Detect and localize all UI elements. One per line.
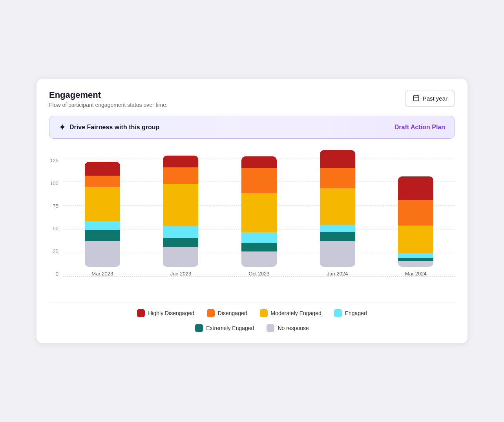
- past-year-label: Past year: [423, 95, 447, 102]
- bar-group: Jan 2024: [320, 150, 355, 277]
- legend-color-engaged: [334, 309, 342, 317]
- bar-segment-disengaged: [163, 167, 198, 184]
- bar-group: Mar 2023: [85, 162, 120, 277]
- past-year-button[interactable]: Past year: [405, 90, 455, 107]
- bar-x-label: Mar 2023: [91, 271, 113, 277]
- bar-segment-no_response: [398, 261, 433, 267]
- bar-segment-no_response: [320, 241, 355, 267]
- bar-segment-moderately_engaged: [398, 226, 433, 253]
- legend-item-extremely_engaged: Extremely Engaged: [195, 324, 254, 332]
- bar-segment-moderately_engaged: [85, 187, 120, 221]
- bar-x-label: Jun 2023: [170, 271, 192, 277]
- y-label-125: 125: [49, 158, 58, 163]
- bar-segment-engaged: [163, 226, 198, 238]
- bar-segment-extremely_engaged: [241, 243, 277, 251]
- bar-segment-disengaged: [241, 168, 277, 193]
- banner-left: ✦ Drive Fairness with this group: [59, 123, 159, 132]
- bars-row: Mar 2023Jun 2023Oct 2023Jan 2024Mar 2024: [63, 158, 455, 292]
- engagement-card: Engagement Flow of participant engagemen…: [36, 79, 468, 343]
- bar-segment-disengaged: [398, 200, 433, 226]
- legend-item-no_response: No response: [267, 324, 309, 332]
- bar-segment-extremely_engaged: [85, 230, 120, 241]
- bar-segment-moderately_engaged: [163, 184, 198, 226]
- y-label-100: 100: [49, 181, 58, 186]
- bar-segment-moderately_engaged: [241, 193, 277, 232]
- divider: [49, 150, 455, 150]
- bar-segment-highly_disengaged: [320, 150, 355, 168]
- bar-segment-highly_disengaged: [398, 176, 433, 200]
- bar-segment-engaged: [241, 232, 277, 243]
- chart-area: 0 25 50 75 100 125 Mar 2023Jun 2023Oct 2…: [49, 158, 455, 292]
- bar-segment-engaged: [398, 253, 433, 258]
- bar-segment-highly_disengaged: [85, 162, 120, 176]
- bar-x-label: Oct 2023: [249, 271, 270, 277]
- bar-segment-extremely_engaged: [163, 238, 198, 247]
- legend-label-no_response: No response: [278, 325, 309, 331]
- bar-segment-extremely_engaged: [398, 258, 433, 261]
- draft-action-plan-link[interactable]: Draft Action Plan: [394, 124, 445, 131]
- bar-group: Jun 2023: [163, 156, 198, 277]
- legend-label-moderately_engaged: Moderately Engaged: [271, 310, 321, 316]
- bar-segment-disengaged: [320, 168, 355, 188]
- svg-rect-0: [413, 95, 419, 101]
- action-banner[interactable]: ✦ Drive Fairness with this group Draft A…: [49, 116, 455, 139]
- legend-label-extremely_engaged: Extremely Engaged: [206, 325, 254, 331]
- banner-text: Drive Fairness with this group: [69, 124, 159, 131]
- bar-group: Mar 2024: [398, 176, 433, 277]
- bar-segment-disengaged: [85, 176, 120, 187]
- header-row: Engagement Flow of participant engagemen…: [49, 90, 455, 108]
- bar-x-label: Mar 2024: [405, 271, 427, 277]
- page-title: Engagement: [49, 90, 168, 100]
- sparkle-icon: ✦: [59, 123, 66, 132]
- page-subtitle: Flow of participant engagement status ov…: [49, 102, 168, 108]
- legend-color-disengaged: [207, 309, 215, 317]
- y-label-25: 25: [49, 249, 58, 254]
- legend-label-disengaged: Disengaged: [218, 310, 247, 316]
- legend-label-highly_disengaged: Highly Disengaged: [148, 310, 194, 316]
- legend-color-extremely_engaged: [195, 324, 203, 332]
- y-label-50: 50: [49, 226, 58, 231]
- calendar-icon: [413, 94, 420, 103]
- bar-x-label: Jan 2024: [327, 271, 348, 277]
- legend-color-highly_disengaged: [137, 309, 145, 317]
- legend-color-no_response: [267, 324, 274, 332]
- legend-color-moderately_engaged: [260, 309, 268, 317]
- legend-label-engaged: Engaged: [345, 310, 367, 316]
- title-block: Engagement Flow of participant engagemen…: [49, 90, 168, 108]
- y-label-0: 0: [49, 272, 58, 277]
- legend-item-highly_disengaged: Highly Disengaged: [137, 309, 194, 317]
- legend-item-disengaged: Disengaged: [207, 309, 247, 317]
- legend-row-1: Highly DisengagedDisengagedModerately En…: [49, 309, 455, 317]
- bar-segment-highly_disengaged: [163, 156, 198, 167]
- bar-segment-engaged: [85, 221, 120, 230]
- legend-item-engaged: Engaged: [334, 309, 367, 317]
- legend-item-moderately_engaged: Moderately Engaged: [260, 309, 321, 317]
- y-axis: 0 25 50 75 100 125: [49, 158, 63, 292]
- y-label-75: 75: [49, 204, 58, 209]
- bar-segment-highly_disengaged: [241, 156, 277, 168]
- legend-row-2: Extremely EngagedNo response: [49, 324, 455, 332]
- bar-group: Oct 2023: [241, 156, 277, 277]
- bar-segment-moderately_engaged: [320, 188, 355, 225]
- bar-segment-no_response: [163, 247, 198, 267]
- legend: Highly DisengagedDisengagedModerately En…: [49, 303, 455, 332]
- bar-segment-extremely_engaged: [320, 232, 355, 241]
- bar-segment-no_response: [241, 251, 277, 267]
- bar-segment-engaged: [320, 225, 355, 232]
- chart-inner: Mar 2023Jun 2023Oct 2023Jan 2024Mar 2024: [63, 158, 455, 292]
- bar-segment-no_response: [85, 241, 120, 267]
